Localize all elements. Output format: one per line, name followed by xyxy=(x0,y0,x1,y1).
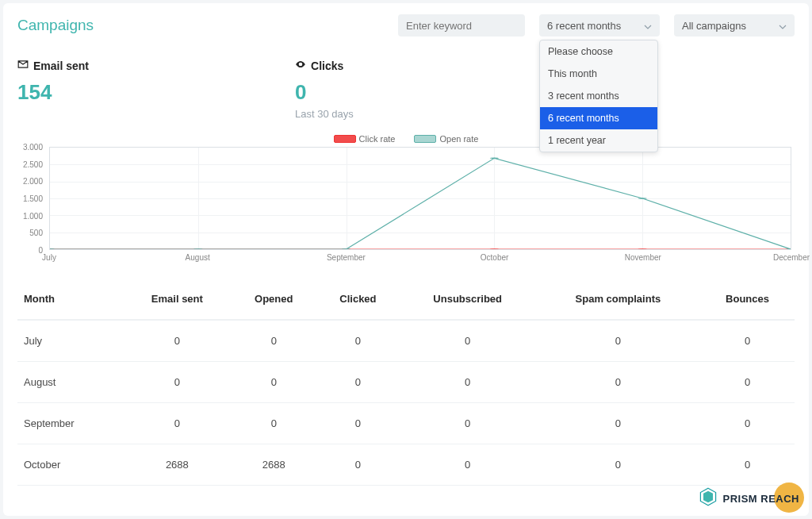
table-cell-value: 0 xyxy=(536,362,700,403)
table-header-row: MonthEmail sentOpenedClickedUnsubscribed… xyxy=(17,279,795,320)
legend-label: Open rate xyxy=(439,134,478,144)
svg-marker-13 xyxy=(703,491,713,502)
legend-item: Click rate xyxy=(334,134,396,144)
stats-table: MonthEmail sentOpenedClickedUnsubscribed… xyxy=(17,279,795,486)
period-option[interactable]: 6 recent months xyxy=(540,107,657,129)
svg-point-7 xyxy=(193,248,202,249)
table-cell-value: 0 xyxy=(123,403,231,444)
svg-point-4 xyxy=(638,248,647,249)
rate-chart: Click rateOpen rate 05001.0001.5002.0002… xyxy=(17,134,795,269)
xtick-label: July xyxy=(42,253,56,262)
ytick-label: 1.500 xyxy=(23,194,43,203)
table-cell-value: 2688 xyxy=(231,444,316,486)
table-cell-value: 2688 xyxy=(123,444,231,486)
svg-point-10 xyxy=(638,198,647,199)
xtick-label: September xyxy=(327,253,366,262)
xtick-label: August xyxy=(186,253,210,262)
filter-controls: 6 recent months Please chooseThis month3… xyxy=(398,14,795,37)
chevron-down-icon xyxy=(644,21,652,29)
top-bar: Campaigns 6 recent months Please chooseT… xyxy=(17,14,795,37)
table-cell-value: 0 xyxy=(400,362,536,403)
table-cell-value: 0 xyxy=(231,403,316,444)
table-cell-value: 0 xyxy=(231,362,316,403)
table-cell-value: 0 xyxy=(400,444,536,486)
kpi-clicks-label: Clicks xyxy=(311,60,343,72)
svg-point-9 xyxy=(490,158,499,160)
kpi-email-sent: Email sent 154 xyxy=(17,59,89,120)
table-cell-value: 0 xyxy=(316,444,399,486)
table-row: July000000 xyxy=(17,320,795,362)
period-option[interactable]: This month xyxy=(540,63,657,85)
chart-legend: Click rateOpen rate xyxy=(17,134,795,144)
kpi-clicks-value: 0 xyxy=(295,80,354,105)
kpi-row: Email sent 154 Clicks 0 Last 30 days xyxy=(17,59,795,120)
table-header-cell: Unsubscribed xyxy=(400,279,536,320)
ytick-label: 1.000 xyxy=(23,211,43,220)
table-row: August000000 xyxy=(17,362,795,403)
period-select[interactable]: 6 recent months Please chooseThis month3… xyxy=(539,14,660,37)
table-cell-value: 0 xyxy=(536,444,700,486)
table-cell-value: 0 xyxy=(123,362,231,403)
table-cell-month: October xyxy=(17,444,123,486)
envelope-icon xyxy=(17,59,29,72)
table-header-cell: Clicked xyxy=(316,279,399,320)
table-cell-value: 0 xyxy=(536,403,700,444)
table-cell-value: 0 xyxy=(700,444,795,486)
table-cell-value: 0 xyxy=(231,320,316,362)
table-cell-value: 0 xyxy=(700,320,795,362)
chart-area: 05001.0001.5002.0002.5003.000 JulyAugust… xyxy=(17,147,795,266)
table-header-cell: Month xyxy=(17,279,123,320)
table-cell-value: 0 xyxy=(316,403,399,444)
search-input[interactable] xyxy=(398,14,525,37)
chevron-down-icon xyxy=(779,21,787,29)
table-header-cell: Bounces xyxy=(700,279,795,320)
svg-point-8 xyxy=(342,248,350,249)
table-body: July000000August000000September000000Oct… xyxy=(17,320,795,486)
page-title: Campaigns xyxy=(17,17,94,34)
table-row: October268826880000 xyxy=(17,444,795,486)
table-cell-value: 0 xyxy=(123,320,231,362)
table-header-cell: Spam complaints xyxy=(536,279,700,320)
period-option[interactable]: 1 recent year xyxy=(540,129,657,152)
ytick-label: 500 xyxy=(29,229,43,237)
period-option[interactable]: Please choose xyxy=(540,40,657,63)
kpi-email-sent-label: Email sent xyxy=(33,60,89,72)
xtick-label: December xyxy=(773,253,810,262)
table-cell-value: 0 xyxy=(536,320,700,362)
table-row: September000000 xyxy=(17,403,795,444)
svg-point-3 xyxy=(490,248,499,249)
table-cell-value: 0 xyxy=(700,403,795,444)
chart-yaxis: 05001.0001.5002.0002.5003.000 xyxy=(17,147,44,250)
xtick-label: October xyxy=(481,253,509,262)
chart-xaxis: JulyAugustSeptemberOctoberNovemberDecemb… xyxy=(49,252,791,266)
kpi-email-sent-value: 154 xyxy=(17,80,89,105)
legend-swatch xyxy=(414,135,436,143)
xtick-label: November xyxy=(625,253,661,262)
kpi-clicks-sub: Last 30 days xyxy=(295,108,354,120)
ytick-label: 2.500 xyxy=(23,160,43,168)
kpi-clicks: Clicks 0 Last 30 days xyxy=(295,59,354,120)
table-header-cell: Opened xyxy=(231,279,316,320)
brand-text: PRISM REACH xyxy=(722,493,799,505)
ytick-label: 2.000 xyxy=(23,177,43,186)
prism-logo-icon xyxy=(699,487,718,509)
table-cell-month: August xyxy=(17,362,123,403)
svg-point-11 xyxy=(786,248,791,249)
brand-badge: PRISM REACH xyxy=(699,487,799,509)
table-cell-value: 0 xyxy=(316,320,399,362)
table-cell-value: 0 xyxy=(400,403,536,444)
campaign-select[interactable]: All campaigns xyxy=(674,14,795,37)
svg-point-6 xyxy=(50,248,55,249)
table-cell-value: 0 xyxy=(400,320,536,362)
period-option[interactable]: 3 recent months xyxy=(540,85,657,107)
table-cell-value: 0 xyxy=(316,362,399,403)
table-cell-value: 0 xyxy=(700,362,795,403)
campaign-select-label: All campaigns xyxy=(682,20,746,32)
legend-swatch xyxy=(334,135,356,143)
table-cell-month: September xyxy=(17,403,123,444)
ytick-label: 3.000 xyxy=(23,143,43,152)
eye-icon xyxy=(295,59,306,72)
legend-label: Click rate xyxy=(359,134,396,144)
table-cell-month: July xyxy=(17,320,123,362)
period-dropdown-menu: Please chooseThis month3 recent months6 … xyxy=(539,40,658,152)
